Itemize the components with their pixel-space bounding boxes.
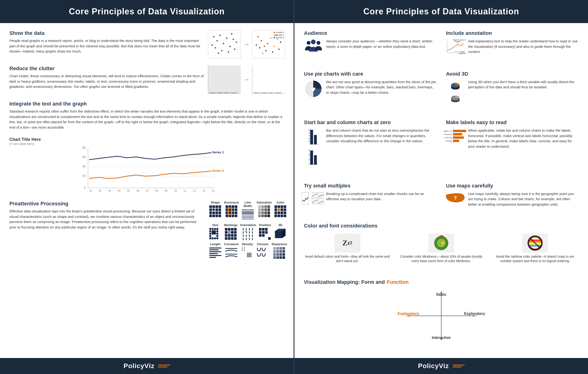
bar-notzero-svg: 80 75 70 65 60: [307, 128, 319, 147]
line-chart-svg: 0 20 40 60 80 '01 '02 '03 '04 '05 '06 '0…: [10, 145, 284, 193]
svg-point-206: [316, 41, 320, 45]
color-label: Color: [277, 201, 284, 204]
svg-rect-30: [219, 205, 221, 208]
size-icon: [209, 228, 222, 241]
svg-rect-103: [209, 230, 211, 232]
svg-point-32: [212, 209, 215, 211]
svg-rect-71: [258, 209, 261, 211]
svg-rect-60: [242, 209, 254, 210]
svg-text:'13: '13: [202, 190, 205, 192]
rainbow-svg: [526, 235, 545, 251]
svg-rect-96: [278, 215, 280, 217]
svg-text:5 years: 5 years: [455, 41, 461, 43]
svg-rect-66: [242, 219, 254, 219]
density-label: Density: [242, 242, 253, 246]
annotation-title: Include annotation: [446, 30, 578, 36]
svg-rect-113: [216, 237, 218, 239]
svg-rect-123: [234, 231, 237, 234]
svg-rect-129: [228, 237, 231, 240]
shape-item: Shape: [209, 201, 222, 221]
vizmapping-chart: Static Interactive Explanatory Explorato…: [304, 290, 578, 342]
svg-rect-189: [276, 247, 279, 250]
annotation-icon: Highest point in 5 years Policy implemen…: [446, 39, 465, 55]
show-data-title: Show the data: [10, 30, 204, 36]
footer-line-2: [158, 366, 167, 367]
svg-rect-62: [242, 212, 254, 214]
svg-rect-27: [209, 205, 212, 208]
3d-label: 3D: [278, 223, 283, 227]
arrow-bar: →: [243, 76, 250, 83]
footer-line-1: [158, 364, 170, 365]
svg-text:Washington, DC: Washington, DC: [444, 130, 452, 132]
avoid3d-icon: [446, 79, 465, 104]
svg-point-172: [247, 253, 248, 254]
color-item-2: ⚡ Consider color blindness— about 10% of…: [398, 234, 484, 264]
avoid3d-section: Avoid 3D: [446, 71, 578, 113]
audience-content: Always consider your audience —whether t…: [304, 39, 437, 53]
reduce-clutter-body: Chart clutter, those unnecessary or dist…: [10, 74, 204, 89]
svg-rect-72: [261, 209, 264, 211]
svg-rect-227: [310, 130, 313, 144]
smallmult-icon: →: [304, 191, 323, 205]
labels-svg: Washington, DC San Francisco New York Ci…: [444, 128, 467, 147]
svg-rect-149: [262, 228, 265, 231]
svg-rect-118: [225, 231, 227, 234]
left-footer: PolicyViz: [0, 358, 294, 374]
svg-rect-48: [229, 209, 231, 211]
svg-point-170: [242, 250, 243, 251]
position-item: Position: [259, 223, 272, 241]
svg-rect-95: [274, 215, 277, 217]
svg-text:'14: '14: [211, 190, 214, 192]
svg-rect-111: [212, 237, 214, 239]
svg-rect-157: [275, 231, 282, 238]
color-items-container: Z z Z Avoid default colors and fonts—the…: [304, 234, 578, 264]
position-icon: [259, 228, 272, 241]
labels-title: Make labels easy to read: [446, 119, 578, 126]
svg-rect-35: [209, 211, 212, 214]
svg-text:'02: '02: [99, 190, 102, 192]
svg-rect-85: [281, 205, 283, 208]
smallmult-content: → Breaking up a complicated cha: [304, 191, 437, 205]
svg-rect-126: [231, 234, 233, 237]
svg-text:0: 0: [308, 163, 309, 165]
svg-rect-201: [276, 256, 279, 259]
annotation-text: Add explanatory text to help the reader …: [468, 39, 578, 55]
right-footer: PolicyViz: [294, 358, 588, 374]
svg-rect-68: [261, 205, 264, 208]
closure-item: Closure: [256, 242, 269, 260]
svg-rect-240: [453, 133, 462, 135]
integrate-title: Integrate the text and the graph: [10, 101, 284, 107]
svg-rect-199: [283, 253, 285, 256]
show-data-text: Show the data People read graphs in a re…: [10, 30, 204, 54]
svg-rect-128: [225, 237, 227, 240]
svg-rect-109: [216, 235, 218, 237]
svg-rect-191: [283, 247, 285, 250]
audience-section: Audience Always consider you: [304, 30, 437, 64]
svg-rect-36: [212, 211, 215, 214]
svg-text:80: 80: [308, 129, 310, 131]
chart-title: Chart Title Here: [10, 137, 284, 142]
svg-text:0: 0: [84, 186, 86, 189]
svg-rect-81: [264, 215, 267, 217]
svg-rect-37: [215, 211, 218, 214]
svg-rect-131: [234, 237, 237, 240]
svg-text:⚡: ⚡: [440, 240, 446, 246]
markings-icon: [224, 228, 237, 241]
svg-point-204: [307, 41, 310, 45]
svg-rect-108: [209, 235, 211, 237]
svg-rect-82: [267, 215, 270, 217]
svg-rect-125: [228, 234, 231, 237]
svg-rect-110: [209, 237, 211, 239]
svg-point-169: [244, 248, 245, 248]
svg-rect-228: [314, 135, 317, 144]
svg-point-177: [248, 254, 249, 255]
left-header: Core Principles of Data Visualization: [0, 0, 294, 23]
svg-rect-39: [209, 215, 212, 217]
svg-rect-52: [229, 211, 231, 214]
show-data-visual: →: [209, 30, 284, 58]
markings-label: Markings: [224, 223, 238, 227]
svg-rect-75: [258, 211, 261, 214]
svg-rect-194: [279, 250, 282, 253]
svg-text:'01: '01: [89, 190, 92, 192]
svg-rect-150: [265, 228, 268, 231]
